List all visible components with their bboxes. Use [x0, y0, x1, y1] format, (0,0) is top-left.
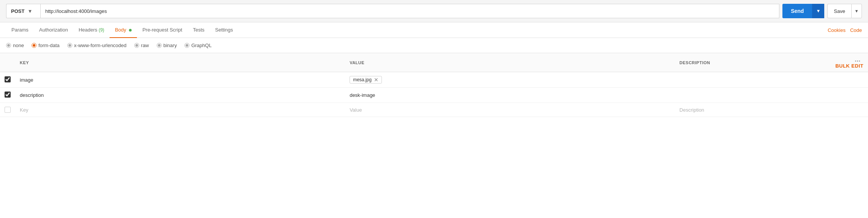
- radio-circle-form-data: [32, 43, 37, 48]
- tab-params[interactable]: Params: [6, 22, 34, 38]
- tab-settings[interactable]: Settings: [210, 22, 238, 38]
- placeholder-key-cell[interactable]: Key: [15, 103, 345, 117]
- save-dropdown-button[interactable]: ▼: [851, 4, 862, 18]
- placeholder-actions-cell: [831, 103, 868, 117]
- tab-tests[interactable]: Tests: [188, 22, 210, 38]
- col-header-actions: … Bulk Edit: [831, 53, 868, 72]
- row2-check-cell: [0, 88, 15, 103]
- radio-form-data[interactable]: form-data: [32, 43, 60, 48]
- table-row: image mesa.jpg ✕: [0, 72, 868, 88]
- radio-binary[interactable]: binary: [157, 43, 177, 48]
- row2-value-cell: desk-image: [345, 88, 675, 103]
- form-data-table: KEY VALUE DESCRIPTION … Bulk Edit image: [0, 53, 868, 117]
- radio-circle-binary: [157, 43, 162, 48]
- radio-raw[interactable]: raw: [134, 43, 149, 48]
- url-input[interactable]: [40, 4, 779, 18]
- row1-value-cell: mesa.jpg ✕: [345, 72, 675, 88]
- send-dropdown-button[interactable]: ▼: [812, 4, 824, 18]
- row1-desc-input[interactable]: [679, 77, 826, 83]
- send-button-group: Send ▼: [782, 4, 824, 18]
- more-options-icon[interactable]: …: [854, 56, 861, 63]
- headers-badge: (9): [99, 27, 104, 33]
- row1-check-cell: [0, 72, 15, 88]
- row2-desc-cell[interactable]: [675, 88, 831, 103]
- row1-desc-cell[interactable]: [675, 72, 831, 88]
- tab-authorization[interactable]: Authorization: [34, 22, 73, 38]
- tabs-row: Params Authorization Headers (9) Body Pr…: [0, 22, 868, 38]
- radio-circle-graphql: [184, 43, 189, 48]
- placeholder-check-cell: [0, 103, 15, 117]
- row1-key-cell: image: [15, 72, 345, 88]
- tabs-left: Params Authorization Headers (9) Body Pr…: [6, 22, 828, 38]
- placeholder-desc-cell[interactable]: Description: [675, 103, 831, 117]
- radio-circle-none: [6, 43, 11, 48]
- radio-circle-raw: [134, 43, 139, 48]
- file-tag-row1: mesa.jpg ✕: [350, 76, 382, 84]
- tabs-right: Cookies Code: [828, 27, 862, 33]
- tab-prerequest[interactable]: Pre-request Script: [137, 22, 188, 38]
- send-button[interactable]: Send: [782, 4, 812, 18]
- cookies-link[interactable]: Cookies: [828, 27, 846, 33]
- radio-graphql[interactable]: GraphQL: [184, 43, 211, 48]
- table-row: description desk-image: [0, 88, 868, 103]
- row2-key-cell: description: [15, 88, 345, 103]
- save-button-group: Save ▼: [827, 4, 862, 18]
- url-bar: POST ▼ Send ▼ Save ▼: [0, 0, 868, 22]
- row2-checkbox[interactable]: [5, 92, 11, 98]
- code-link[interactable]: Code: [850, 27, 862, 33]
- radio-none[interactable]: none: [6, 43, 24, 48]
- col-header-description: DESCRIPTION: [675, 53, 831, 72]
- table-header-row: KEY VALUE DESCRIPTION … Bulk Edit: [0, 53, 868, 72]
- method-label: POST: [11, 8, 24, 14]
- body-active-dot: [129, 29, 132, 32]
- table-row-placeholder: Key Value Description: [0, 103, 868, 117]
- save-button[interactable]: Save: [827, 4, 851, 18]
- body-type-row: none form-data x-www-form-urlencoded raw…: [0, 38, 868, 53]
- col-header-value: VALUE: [345, 53, 675, 72]
- row1-checkbox[interactable]: [5, 76, 11, 82]
- row2-actions-cell: [831, 88, 868, 103]
- row2-desc-input[interactable]: [679, 92, 826, 98]
- radio-circle-urlencoded: [67, 43, 72, 48]
- method-select[interactable]: POST ▼: [6, 4, 40, 18]
- method-chevron-icon: ▼: [27, 8, 32, 14]
- col-header-key: KEY: [15, 53, 345, 72]
- url-input-wrapper: [40, 4, 779, 18]
- placeholder-value-cell[interactable]: Value: [345, 103, 675, 117]
- remove-file-icon[interactable]: ✕: [374, 77, 378, 82]
- col-header-check: [0, 53, 15, 72]
- bulk-edit-button[interactable]: Bulk Edit: [835, 63, 863, 69]
- tab-headers[interactable]: Headers (9): [73, 22, 110, 38]
- placeholder-checkbox-visual: [5, 107, 11, 113]
- radio-urlencoded[interactable]: x-www-form-urlencoded: [67, 43, 127, 48]
- row1-actions-cell: [831, 72, 868, 88]
- tab-body[interactable]: Body: [110, 22, 137, 38]
